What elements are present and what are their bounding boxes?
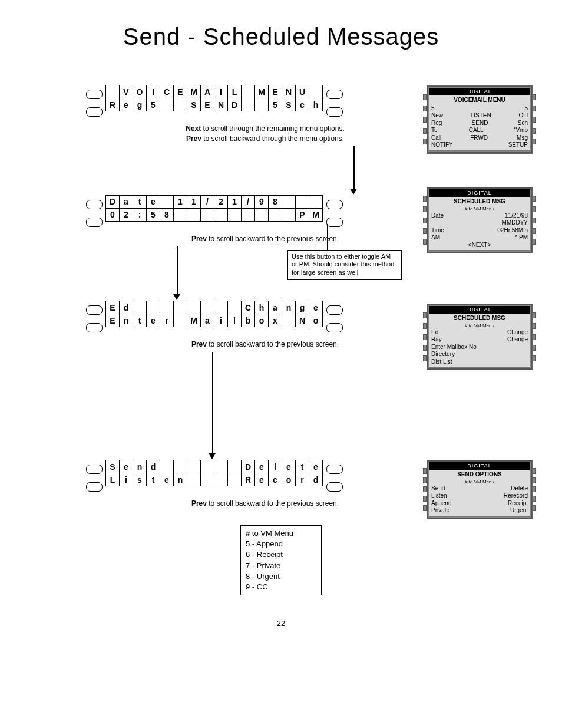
- panel-caption: Prev to scroll backward to the previous …: [82, 340, 448, 350]
- phone-heading: SCHEDULED MSG: [431, 315, 528, 322]
- lcd-cell: t: [133, 195, 147, 209]
- phone-row: EdChange: [431, 329, 528, 337]
- lcd-cell: h: [254, 301, 269, 314]
- lcd-cell: e: [282, 460, 296, 473]
- lcd-cell: [214, 301, 228, 314]
- option-item: 9 - CC: [246, 582, 316, 592]
- lcd-cell: [227, 301, 242, 314]
- lcd-cell: [282, 195, 296, 209]
- phone-subheading: # to VM Menu: [431, 479, 528, 485]
- lcd-cell: o: [282, 473, 296, 486]
- phone-row: AppendReceipt: [431, 500, 528, 508]
- lcd-cell: O: [133, 85, 147, 98]
- lcd-cell: h: [309, 98, 323, 111]
- lcd-cell: e: [119, 460, 133, 473]
- softkey-left[interactable]: [86, 90, 103, 99]
- option-item: 8 - Urgent: [246, 571, 316, 582]
- panel-caption: Prev to scroll backward to the previous …: [82, 499, 448, 509]
- lcd-cell: [282, 314, 296, 327]
- phone-row: <NEXT>: [431, 242, 528, 249]
- option-item: 5 - Append: [246, 539, 316, 549]
- phone-brand: DIGITAL: [429, 88, 530, 95]
- lcd-cell: t: [133, 314, 147, 327]
- lcd-cell: 8: [160, 208, 174, 222]
- lcd-cell: e: [119, 98, 133, 111]
- lcd-cell: [200, 473, 214, 486]
- lcd-cell: [187, 473, 201, 486]
- lcd-cell: S: [105, 460, 120, 473]
- lcd-cell: d: [146, 460, 160, 473]
- lcd-cell: [214, 460, 228, 473]
- lcd-cell: D: [241, 460, 255, 473]
- softkey-left[interactable]: [86, 482, 103, 492]
- lcd-cell: b: [241, 314, 255, 327]
- lcd-cell: 5: [268, 98, 282, 111]
- lcd-cell: c: [295, 98, 309, 111]
- lcd-cell: l: [227, 314, 242, 327]
- softkey-right[interactable]: [326, 305, 343, 315]
- lcd-cell: c: [268, 473, 282, 486]
- phone-row: NewLISTENOld: [431, 112, 528, 120]
- phone-brand: DIGITAL: [429, 306, 530, 314]
- lcd-cell: [241, 98, 255, 111]
- panel-caption: Prev to scroll backward to the previous …: [82, 234, 448, 244]
- lcd-cell: a: [119, 195, 133, 209]
- lcd-cell: [241, 208, 255, 222]
- lcd-cell: M: [187, 85, 201, 98]
- phone-row: CallFRWDMsg: [431, 134, 528, 142]
- lcd-cell: [105, 85, 120, 98]
- softkey-right[interactable]: [326, 200, 343, 209]
- lcd-cell: M: [309, 208, 323, 222]
- lcd-cell: o: [309, 314, 323, 327]
- phone-row: Directory: [431, 351, 528, 358]
- softkey-left[interactable]: [86, 107, 103, 117]
- lcd-cell: 8: [268, 195, 282, 209]
- panel-caption: Next to scroll through the remaining men…: [82, 124, 448, 144]
- lcd-cell: [309, 85, 323, 98]
- lcd-cell: [227, 473, 242, 486]
- phone-heading: VOICEMAIL MENU: [431, 97, 528, 104]
- lcd-cell: 0: [105, 208, 120, 222]
- lcd-cell: R: [241, 473, 255, 486]
- lcd-cell: V: [119, 85, 133, 98]
- softkey-left[interactable]: [86, 200, 103, 209]
- lcd-cell: I: [214, 85, 228, 98]
- softkey-left[interactable]: [86, 465, 103, 474]
- phone-subheading: # to VM Menu: [431, 323, 528, 329]
- lcd-cell: U: [295, 85, 309, 98]
- lcd-cell: E: [268, 85, 282, 98]
- softkey-right[interactable]: [326, 465, 343, 474]
- phone-subheading: # to VM Menu: [431, 206, 528, 212]
- lcd-cell: [173, 460, 187, 473]
- lcd-cell: [187, 460, 201, 473]
- softkey-left[interactable]: [86, 218, 103, 227]
- softkey-right[interactable]: [326, 218, 343, 227]
- lcd-cell: [133, 301, 147, 314]
- lcd-panel: Send DeleteListen Record: [82, 460, 448, 494]
- softkey-right[interactable]: [326, 482, 343, 492]
- phone-row: Dist List: [431, 358, 528, 366]
- softkey-right[interactable]: [326, 90, 343, 99]
- softkey-right[interactable]: [326, 323, 343, 332]
- lcd-cell: r: [160, 314, 174, 327]
- phone-row: RegSENDSch: [431, 120, 528, 127]
- option-item: 6 - Receipt: [246, 549, 316, 560]
- lcd-cell: g: [133, 98, 147, 111]
- softkey-left[interactable]: [86, 305, 103, 315]
- lcd-cell: D: [227, 98, 242, 111]
- phone-heading: SEND OPTIONS: [431, 471, 528, 479]
- lcd-cell: e: [254, 460, 269, 473]
- lcd-cell: d: [119, 301, 133, 314]
- phone-row: ListenRerecord: [431, 492, 528, 500]
- lcd-cell: o: [254, 314, 269, 327]
- softkey-left[interactable]: [86, 323, 103, 332]
- lcd-cell: s: [133, 473, 147, 486]
- softkey-right[interactable]: [326, 107, 343, 117]
- lcd-cell: C: [241, 301, 255, 314]
- lcd-cell: N: [295, 314, 309, 327]
- lcd-cell: [254, 208, 269, 222]
- phone-heading: SCHEDULED MSG: [431, 198, 528, 206]
- lcd-cell: 1: [173, 195, 187, 209]
- lcd-panel: VOICEMAIL MENU Reg5 SEND 5Sch: [82, 85, 448, 119]
- lcd-cell: 5: [146, 98, 160, 111]
